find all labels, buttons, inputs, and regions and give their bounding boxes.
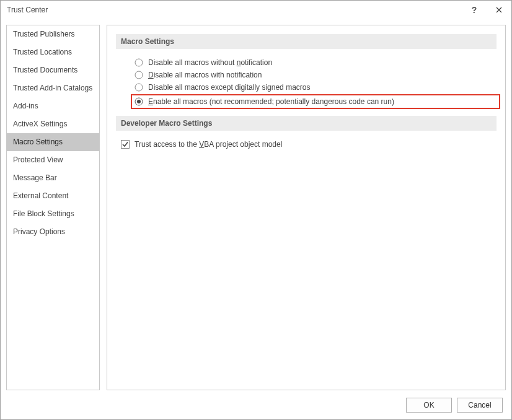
sidebar-item-external-content[interactable]: External Content bbox=[7, 187, 99, 205]
developer-macro-settings-header: Developer Macro Settings bbox=[116, 116, 497, 131]
svg-point-4 bbox=[137, 100, 141, 103]
close-icon bbox=[496, 5, 502, 15]
macro-options: Disable all macros without notification … bbox=[116, 56, 497, 116]
sidebar-item-add-ins[interactable]: Add-ins bbox=[7, 97, 99, 115]
radio-label: Disable all macros with notification bbox=[148, 71, 262, 79]
svg-rect-5 bbox=[121, 141, 130, 149]
sidebar-item-trusted-publishers[interactable]: Trusted Publishers bbox=[7, 25, 99, 43]
close-button[interactable] bbox=[487, 1, 511, 19]
window-title: Trust Center bbox=[7, 6, 48, 14]
titlebar: Trust Center ? bbox=[1, 1, 511, 19]
svg-point-1 bbox=[135, 71, 143, 79]
radio-label: Disable all macros except digitally sign… bbox=[148, 83, 310, 92]
sidebar-item-file-block-settings[interactable]: File Block Settings bbox=[7, 205, 99, 223]
trust-center-dialog: Trust Center ? Trusted PublishersTrusted… bbox=[0, 0, 512, 420]
sidebar: Trusted PublishersTrusted LocationsTrust… bbox=[6, 25, 100, 390]
svg-point-0 bbox=[135, 59, 143, 66]
checkbox-label: Trust access to the VBA project object m… bbox=[135, 140, 282, 149]
sidebar-item-protected-view[interactable]: Protected View bbox=[7, 151, 99, 169]
sidebar-item-trusted-locations[interactable]: Trusted Locations bbox=[7, 43, 99, 61]
content-pane: Macro Settings Disable all macros withou… bbox=[107, 25, 506, 390]
svg-point-2 bbox=[135, 84, 143, 91]
sidebar-item-activex-settings[interactable]: ActiveX Settings bbox=[7, 115, 99, 133]
macro-settings-header: Macro Settings bbox=[116, 34, 497, 49]
radio-disable-with-notification[interactable]: Disable all macros with notification bbox=[135, 69, 497, 81]
dialog-footer: OK Cancel bbox=[1, 390, 511, 419]
radio-selected-icon bbox=[135, 97, 143, 106]
sidebar-item-trusted-documents[interactable]: Trusted Documents bbox=[7, 61, 99, 79]
sidebar-item-message-bar[interactable]: Message Bar bbox=[7, 169, 99, 187]
radio-icon bbox=[135, 71, 143, 79]
radio-enable-all-macros[interactable]: Enable all macros (not recommended; pote… bbox=[131, 94, 500, 109]
sidebar-item-macro-settings[interactable]: Macro Settings bbox=[7, 133, 99, 151]
cancel-button[interactable]: Cancel bbox=[457, 398, 503, 413]
radio-icon bbox=[135, 83, 143, 92]
radio-disable-except-signed[interactable]: Disable all macros except digitally sign… bbox=[135, 81, 497, 94]
radio-disable-no-notification[interactable]: Disable all macros without notification bbox=[135, 56, 497, 69]
radio-label: Disable all macros without notification bbox=[148, 58, 272, 67]
sidebar-item-trusted-add-in-catalogs[interactable]: Trusted Add-in Catalogs bbox=[7, 79, 99, 97]
radio-icon bbox=[135, 58, 143, 67]
checkbox-trust-vba[interactable]: Trust access to the VBA project object m… bbox=[121, 138, 497, 151]
radio-label: Enable all macros (not recommended; pote… bbox=[148, 97, 394, 106]
ok-button[interactable]: OK bbox=[406, 398, 452, 413]
help-button[interactable]: ? bbox=[462, 1, 487, 19]
checkbox-checked-icon bbox=[121, 140, 130, 149]
sidebar-item-privacy-options[interactable]: Privacy Options bbox=[7, 223, 99, 241]
